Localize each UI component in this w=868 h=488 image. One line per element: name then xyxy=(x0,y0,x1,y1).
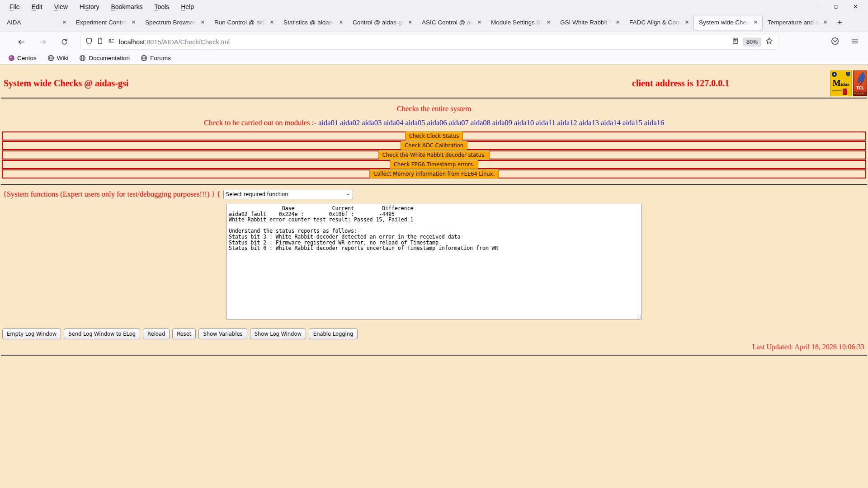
midas-logo-text: Midas xyxy=(830,78,851,88)
permissions-icon[interactable] xyxy=(108,38,115,47)
modules-prefix: Check to be carried out on modules :- xyxy=(204,118,316,127)
last-updated: Last Updated: April 18, 2026 10:06:33 xyxy=(0,343,864,351)
tcl-logo[interactable]: TCL POWERED xyxy=(853,70,867,96)
close-button[interactable]: ✕ xyxy=(853,4,858,9)
tab-close-icon[interactable]: ✕ xyxy=(752,19,759,26)
back-icon[interactable] xyxy=(17,38,25,46)
tab-close-icon[interactable]: ✕ xyxy=(545,19,552,26)
tab-aida[interactable]: AIDA✕ xyxy=(2,15,71,30)
tab-statistics[interactable]: Statistics @ aidas-g✕ xyxy=(278,15,348,30)
forward-icon[interactable] xyxy=(39,38,47,46)
module-link-aida02[interactable]: aida02 xyxy=(340,118,360,127)
send-log-to-elog-button[interactable]: Send Log Window to ELog xyxy=(64,328,140,339)
midas-logo[interactable]: ▲ Midas powered by xyxy=(830,70,852,96)
menu-view[interactable]: View xyxy=(48,1,74,12)
reload-button[interactable]: Reload xyxy=(143,328,170,339)
tab-module-settings[interactable]: Module Settings Sa✕ xyxy=(486,15,555,30)
collect-memory-info-button[interactable]: Collect Memory information from FEE64 Li… xyxy=(369,169,499,178)
menu-history[interactable]: History xyxy=(74,1,105,12)
maximize-button[interactable]: ◻ xyxy=(834,5,838,9)
menu-tools[interactable]: Tools xyxy=(148,1,175,12)
tab-close-icon[interactable]: ✕ xyxy=(338,19,344,26)
tab-close-icon[interactable]: ✕ xyxy=(822,19,829,26)
tab-temperature[interactable]: Temperature and s✕ xyxy=(763,15,832,30)
tab-title: Control @ aidas-gs xyxy=(353,19,405,26)
module-link-aida05[interactable]: aida05 xyxy=(405,118,425,127)
bookmark-centos[interactable]: Centos xyxy=(5,53,41,63)
check-white-rabbit-button[interactable]: Check the White Rabbit decoder status. xyxy=(378,150,490,160)
module-link-aida16[interactable]: aida16 xyxy=(644,118,664,127)
tab-close-icon[interactable]: ✕ xyxy=(476,19,483,26)
shield-icon[interactable] xyxy=(85,38,93,47)
tab-close-icon[interactable]: ✕ xyxy=(199,19,206,26)
check-fpga-timestamp-button[interactable]: Check FPGA Timestamp errors. xyxy=(390,160,478,169)
app-menu-icon[interactable] xyxy=(851,37,859,47)
module-link-aida01[interactable]: aida01 xyxy=(318,118,338,127)
tab-close-icon[interactable]: ✕ xyxy=(684,19,690,26)
function-select[interactable]: Select required function xyxy=(223,190,353,199)
module-link-aida11[interactable]: aida11 xyxy=(536,118,555,127)
module-link-aida08[interactable]: aida08 xyxy=(471,118,491,127)
globe-icon xyxy=(47,55,54,61)
pocket-icon[interactable] xyxy=(831,37,839,47)
check-clock-status-button[interactable]: Check Clock Status xyxy=(405,131,463,141)
module-link-aida14[interactable]: aida14 xyxy=(601,118,621,127)
centos-icon xyxy=(9,55,14,61)
menu-file[interactable]: File xyxy=(4,1,26,12)
tab-experiment-control[interactable]: Experiment Control✕ xyxy=(71,15,140,30)
tab-gsi-white-rabbit[interactable]: GSI White Rabbit T✕ xyxy=(555,15,624,30)
check-adc-calibration-button[interactable]: Check ADC Calibration xyxy=(401,141,467,150)
midas-shield-icon xyxy=(846,72,850,76)
tab-close-icon[interactable]: ✕ xyxy=(407,19,414,26)
module-link-aida13[interactable]: aida13 xyxy=(579,118,599,127)
tab-close-icon[interactable]: ✕ xyxy=(61,19,68,26)
check-row: Collect Memory information from FEE64 Li… xyxy=(2,169,866,178)
check-row: Check ADC Calibration xyxy=(2,141,866,150)
tab-asic-control[interactable]: ASIC Control @ aid✕ xyxy=(417,15,486,30)
reset-button[interactable]: Reset xyxy=(172,328,196,339)
module-link-aida06[interactable]: aida06 xyxy=(427,118,447,127)
minimize-button[interactable]: – xyxy=(816,4,819,9)
menu-edit[interactable]: Edit xyxy=(26,1,48,12)
tcl-powered-strip: POWERED xyxy=(854,92,867,96)
module-link-aida07[interactable]: aida07 xyxy=(449,118,469,127)
log-window[interactable]: Base Current Difference aida02 fault 0x2… xyxy=(226,204,642,319)
tab-fadc-align[interactable]: FADC Align & Cont✕ xyxy=(624,15,693,30)
tab-system-wide-checks[interactable]: System wide Check✕ xyxy=(693,15,763,30)
page-info-icon[interactable] xyxy=(97,38,104,46)
tab-close-icon[interactable]: ✕ xyxy=(130,19,137,26)
module-link-aida04[interactable]: aida04 xyxy=(383,118,403,127)
zoom-level-badge[interactable]: 80% xyxy=(743,38,761,47)
system-functions-row: {System functions (Expert users only for… xyxy=(3,189,868,200)
menu-bookmarks[interactable]: Bookmarks xyxy=(105,1,148,12)
menu-help[interactable]: Help xyxy=(175,1,200,12)
reload-icon[interactable] xyxy=(61,38,68,46)
tab-spectrum-browser[interactable]: Spectrum Browser✕ xyxy=(140,15,209,30)
module-link-aida15[interactable]: aida15 xyxy=(623,118,642,127)
show-variables-button[interactable]: Show Variables xyxy=(198,328,247,339)
tab-title: Statistics @ aidas-g xyxy=(283,19,336,26)
modules-line: Check to be carried out on modules :- ai… xyxy=(0,118,868,127)
url-bar[interactable]: localhost:8015/AIDA/Check/Check.tml 80% xyxy=(81,34,778,49)
tab-title: ASIC Control @ aid xyxy=(422,19,474,26)
empty-log-window-button[interactable]: Empty Log Window xyxy=(2,328,61,339)
tab-close-icon[interactable]: ✕ xyxy=(614,19,621,26)
module-link-aida03[interactable]: aida03 xyxy=(362,118,382,127)
tab-run-control[interactable]: Run Control @ aida✕ xyxy=(209,15,278,30)
new-tab-button[interactable]: + xyxy=(832,18,848,28)
show-log-window-button[interactable]: Show Log Window xyxy=(250,328,306,339)
bookmark-wiki[interactable]: Wiki xyxy=(43,53,73,63)
bookmark-forums[interactable]: Forums xyxy=(137,53,175,63)
url-text[interactable]: localhost:8015/AIDA/Check/Check.tml xyxy=(119,38,728,46)
reader-mode-icon[interactable] xyxy=(732,38,739,46)
midas-ball-icon: ▲ xyxy=(832,72,837,77)
module-link-aida09[interactable]: aida09 xyxy=(492,118,512,127)
tab-control[interactable]: Control @ aidas-gs✕ xyxy=(348,15,417,30)
module-link-aida10[interactable]: aida10 xyxy=(514,118,534,127)
page-header: System wide Checks @ aidas-gsi client ad… xyxy=(0,65,868,98)
enable-logging-button[interactable]: Enable Logging xyxy=(309,328,358,339)
bookmark-documentation[interactable]: Documentation xyxy=(75,53,134,63)
bookmark-star-icon[interactable] xyxy=(765,37,773,47)
module-link-aida12[interactable]: aida12 xyxy=(557,118,577,127)
tab-close-icon[interactable]: ✕ xyxy=(269,19,275,26)
